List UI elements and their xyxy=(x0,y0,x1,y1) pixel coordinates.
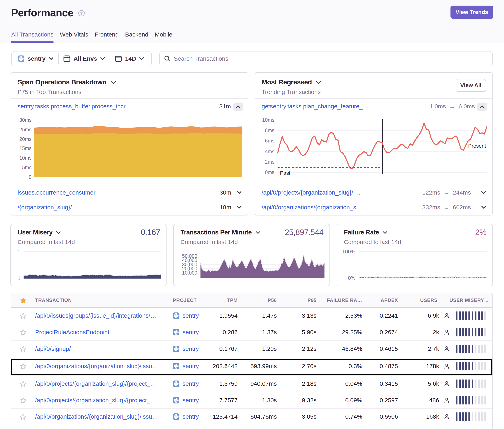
svg-text:0: 0 xyxy=(29,174,32,180)
svg-text:10ms: 10ms xyxy=(262,117,274,123)
svg-text:25ms: 25ms xyxy=(19,127,32,132)
svg-text:8ms: 8ms xyxy=(265,128,274,133)
svg-text:5ms: 5ms xyxy=(22,165,32,170)
svg-text:10ms: 10ms xyxy=(19,155,32,161)
svg-text:15ms: 15ms xyxy=(19,145,32,151)
svg-text:0: 0 xyxy=(18,275,20,281)
svg-text:20ms: 20ms xyxy=(19,136,32,142)
svg-text:Past: Past xyxy=(280,170,290,176)
svg-text:4ms: 4ms xyxy=(265,149,274,154)
svg-text:2ms: 2ms xyxy=(265,159,274,165)
svg-text:6ms: 6ms xyxy=(265,138,274,143)
svg-text:1: 1 xyxy=(18,249,20,255)
svg-text:30ms: 30ms xyxy=(19,117,32,123)
svg-text:0%: 0% xyxy=(348,275,355,281)
svg-text:10,000: 10,000 xyxy=(182,270,197,276)
svg-text:Present: Present xyxy=(468,143,486,149)
svg-text:100%: 100% xyxy=(342,249,356,255)
svg-text:0ms: 0ms xyxy=(265,169,274,175)
